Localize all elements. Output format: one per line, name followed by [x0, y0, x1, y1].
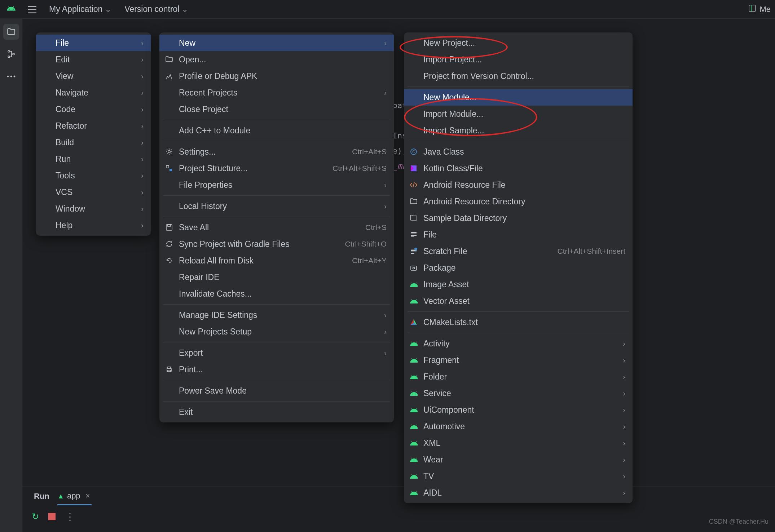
newmenu-item-package[interactable]: Package [404, 260, 633, 276]
filemenu-item-power-save-mode[interactable]: Power Save Mode [159, 382, 394, 399]
mainmenu-item-code[interactable]: Code› [36, 101, 151, 118]
menu-separator [163, 342, 390, 342]
menu-item-label: Sync Project with Gradle Files [179, 239, 340, 249]
filemenu-item-repair-ide[interactable]: Repair IDE [159, 269, 394, 285]
mainmenu-item-refactor[interactable]: Refactor› [36, 118, 151, 134]
newmenu-item-import-sample[interactable]: Import Sample... [404, 122, 633, 139]
menu-separator [408, 141, 629, 141]
newmenu-item-file[interactable]: File [404, 226, 633, 243]
newmenu-item-automotive[interactable]: Automotive› [404, 418, 633, 435]
filemenu-item-file-properties[interactable]: File Properties› [159, 177, 394, 193]
newmenu-item-android-resource-file[interactable]: Android Resource File [404, 177, 633, 193]
vcs-selector[interactable]: Version control ⌄ [122, 3, 191, 15]
more-actions-icon[interactable]: ⋮ [65, 511, 75, 523]
filemenu-item-profile-or-debug-apk[interactable]: Profile or Debug APK [159, 68, 394, 84]
newmenu-item-service[interactable]: Service› [404, 385, 633, 402]
newmenu-item-new-project[interactable]: New Project... [404, 35, 633, 51]
filemenu-item-invalidate-caches[interactable]: Invalidate Caches... [159, 285, 394, 302]
newmenu-item-wear[interactable]: Wear› [404, 451, 633, 468]
newmenu-item-image-asset[interactable]: Image Asset [404, 276, 633, 293]
more-tool-button[interactable] [3, 68, 19, 84]
xmltag-icon [409, 181, 418, 189]
menu-item-label: Window [56, 204, 132, 214]
top-toolbar: My Application ⌄ Version control ⌄ Me [0, 0, 775, 19]
newmenu-item-fragment[interactable]: Fragment› [404, 352, 633, 368]
newmenu-item-sample-data-directory[interactable]: Sample Data Directory [404, 210, 633, 226]
run-config-tab[interactable]: ▴ app × [57, 488, 92, 505]
filemenu-item-new[interactable]: New› [159, 35, 394, 51]
newmenu-item-kotlin-class-file[interactable]: Kotlin Class/File [404, 160, 633, 177]
filemenu-item-exit[interactable]: Exit [159, 404, 394, 420]
newmenu-item-vector-asset[interactable]: Vector Asset [404, 293, 633, 309]
mainmenu-item-view[interactable]: View› [36, 68, 151, 84]
newmenu-item-activity[interactable]: Activity› [404, 335, 633, 352]
mainmenu-item-window[interactable]: Window› [36, 200, 151, 217]
submenu-arrow-icon: › [141, 89, 144, 97]
menu-item-label: File Properties [179, 180, 375, 190]
filemenu-item-export[interactable]: Export› [159, 345, 394, 361]
menu-item-label: Run [56, 154, 132, 164]
newmenu-item-xml[interactable]: XML› [404, 435, 633, 451]
main-menu-hamburger-icon[interactable] [25, 4, 39, 14]
filemenu-item-manage-ide-settings[interactable]: Manage IDE Settings› [159, 307, 394, 323]
newmenu-item-android-resource-directory[interactable]: Android Resource Directory [404, 193, 633, 210]
filemenu-item-reload-all-from-disk[interactable]: Reload All from DiskCtrl+Alt+Y [159, 252, 394, 269]
menu-item-label: Manage IDE Settings [179, 310, 375, 320]
filemenu-item-sync-project-with-gradle-files[interactable]: Sync Project with Gradle FilesCtrl+Shift… [159, 236, 394, 252]
menu-item-label: Export [179, 348, 375, 358]
filemenu-item-new-projects-setup[interactable]: New Projects Setup› [159, 323, 394, 340]
filemenu-item-recent-projects[interactable]: Recent Projects› [159, 84, 394, 101]
newmenu-item-import-module[interactable]: Import Module... [404, 106, 633, 122]
newmenu-item-folder[interactable]: Folder› [404, 368, 633, 385]
java-icon [409, 148, 418, 156]
android-logo-icon [4, 4, 18, 15]
newmenu-item-cmakelists-txt[interactable]: CMakeLists.txt [404, 314, 633, 331]
print-icon [164, 365, 174, 373]
filemenu-item-print[interactable]: Print... [159, 361, 394, 378]
mainmenu-item-help[interactable]: Help› [36, 217, 151, 234]
close-icon[interactable]: × [85, 491, 90, 500]
project-tool-button[interactable] [3, 24, 19, 40]
menu-item-label: Import Project... [423, 55, 625, 65]
new-submenu-popup: New Project...Import Project...Project f… [404, 32, 633, 503]
mainmenu-item-build[interactable]: Build› [36, 134, 151, 151]
mainmenu-item-run[interactable]: Run› [36, 151, 151, 167]
filemenu-item-add-c-to-module[interactable]: Add C++ to Module [159, 122, 394, 139]
filemenu-item-open[interactable]: Open... [159, 51, 394, 68]
stop-button[interactable] [48, 513, 56, 520]
newmenu-item-import-project[interactable]: Import Project... [404, 51, 633, 68]
menu-item-label: Reload All from Disk [179, 256, 347, 266]
submenu-arrow-icon: › [384, 311, 387, 319]
filemenu-item-save-all[interactable]: Save AllCtrl+S [159, 219, 394, 236]
android-icon [409, 340, 418, 347]
submenu-arrow-icon: › [141, 205, 144, 213]
mainmenu-item-navigate[interactable]: Navigate› [36, 84, 151, 101]
filemenu-item-settings[interactable]: Settings...Ctrl+Alt+S [159, 143, 394, 160]
newmenu-item-project-from-version-control[interactable]: Project from Version Control... [404, 68, 633, 84]
structure-tool-button[interactable] [3, 46, 19, 62]
menu-separator [163, 380, 390, 380]
mainmenu-item-file[interactable]: File› [36, 35, 151, 51]
run-tab[interactable]: Run [32, 488, 51, 505]
chevron-down-icon: ⌄ [181, 4, 188, 14]
filemenu-item-close-project[interactable]: Close Project [159, 101, 394, 118]
newmenu-item-scratch-file[interactable]: Scratch FileCtrl+Alt+Shift+Insert [404, 243, 633, 260]
newmenu-item-tv[interactable]: TV› [404, 468, 633, 484]
filemenu-item-project-structure[interactable]: Project Structure...Ctrl+Alt+Shift+S [159, 160, 394, 177]
newmenu-item-uicomponent[interactable]: UiComponent› [404, 402, 633, 418]
rerun-button[interactable]: ↻ [32, 511, 39, 522]
mainmenu-item-tools[interactable]: Tools› [36, 167, 151, 184]
newmenu-item-new-module[interactable]: New Module... [404, 89, 633, 106]
mainmenu-item-edit[interactable]: Edit› [36, 51, 151, 68]
scratch-icon [409, 247, 418, 255]
filemenu-item-local-history[interactable]: Local History› [159, 198, 394, 214]
project-selector[interactable]: My Application ⌄ [46, 3, 114, 15]
menu-item-label: Settings... [179, 147, 347, 157]
menu-separator [163, 401, 390, 402]
newmenu-item-java-class[interactable]: Java Class [404, 143, 633, 160]
newmenu-item-aidl[interactable]: AIDL› [404, 484, 633, 501]
code-with-me-icon[interactable] [748, 4, 757, 15]
menu-item-label: Navigate [56, 88, 132, 98]
mainmenu-item-vcs[interactable]: VCS› [36, 184, 151, 200]
shortcut-label: Ctrl+Alt+S [352, 147, 387, 156]
